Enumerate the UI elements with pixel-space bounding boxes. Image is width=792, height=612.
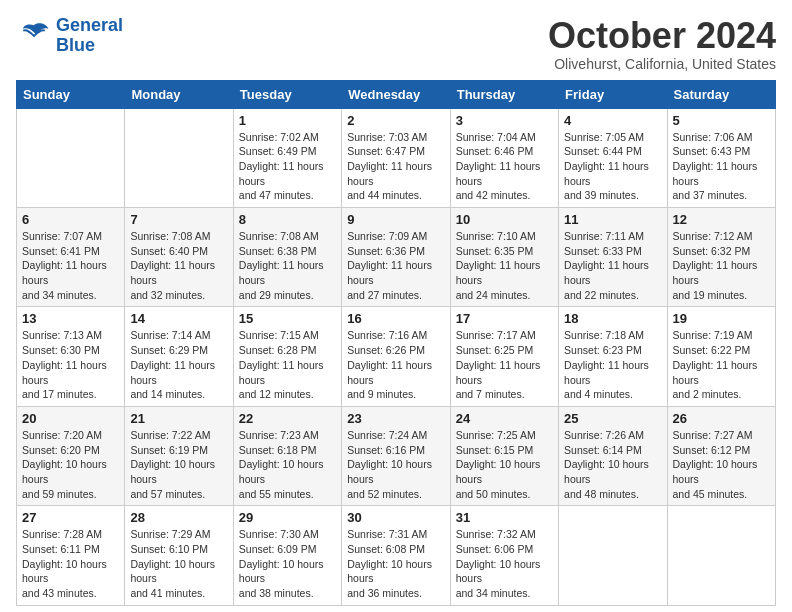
week-row-3: 13Sunrise: 7:13 AMSunset: 6:30 PMDayligh… [17, 307, 776, 406]
day-number: 5 [673, 113, 770, 128]
calendar-cell: 26Sunrise: 7:27 AMSunset: 6:12 PMDayligh… [667, 406, 775, 505]
day-detail: Sunrise: 7:23 AMSunset: 6:18 PMDaylight:… [239, 428, 336, 501]
day-detail: Sunrise: 7:11 AMSunset: 6:33 PMDaylight:… [564, 229, 661, 302]
day-number: 17 [456, 311, 553, 326]
day-detail: Sunrise: 7:17 AMSunset: 6:25 PMDaylight:… [456, 328, 553, 401]
calendar-cell: 21Sunrise: 7:22 AMSunset: 6:19 PMDayligh… [125, 406, 233, 505]
day-detail: Sunrise: 7:08 AMSunset: 6:38 PMDaylight:… [239, 229, 336, 302]
day-number: 22 [239, 411, 336, 426]
day-number: 6 [22, 212, 119, 227]
logo-text: General Blue [56, 16, 123, 56]
day-number: 15 [239, 311, 336, 326]
calendar-cell: 8Sunrise: 7:08 AMSunset: 6:38 PMDaylight… [233, 208, 341, 307]
day-number: 10 [456, 212, 553, 227]
day-detail: Sunrise: 7:13 AMSunset: 6:30 PMDaylight:… [22, 328, 119, 401]
calendar-cell [17, 108, 125, 207]
day-number: 18 [564, 311, 661, 326]
day-detail: Sunrise: 7:26 AMSunset: 6:14 PMDaylight:… [564, 428, 661, 501]
day-number: 7 [130, 212, 227, 227]
day-number: 28 [130, 510, 227, 525]
weekday-header-monday: Monday [125, 80, 233, 108]
title-block: October 2024 Olivehurst, California, Uni… [548, 16, 776, 72]
day-number: 16 [347, 311, 444, 326]
day-number: 3 [456, 113, 553, 128]
day-detail: Sunrise: 7:02 AMSunset: 6:49 PMDaylight:… [239, 130, 336, 203]
day-number: 24 [456, 411, 553, 426]
calendar-cell: 28Sunrise: 7:29 AMSunset: 6:10 PMDayligh… [125, 506, 233, 605]
day-number: 26 [673, 411, 770, 426]
day-number: 1 [239, 113, 336, 128]
day-number: 31 [456, 510, 553, 525]
day-number: 14 [130, 311, 227, 326]
day-number: 20 [22, 411, 119, 426]
day-detail: Sunrise: 7:31 AMSunset: 6:08 PMDaylight:… [347, 527, 444, 600]
day-number: 23 [347, 411, 444, 426]
day-detail: Sunrise: 7:12 AMSunset: 6:32 PMDaylight:… [673, 229, 770, 302]
day-detail: Sunrise: 7:09 AMSunset: 6:36 PMDaylight:… [347, 229, 444, 302]
calendar-cell: 9Sunrise: 7:09 AMSunset: 6:36 PMDaylight… [342, 208, 450, 307]
day-detail: Sunrise: 7:06 AMSunset: 6:43 PMDaylight:… [673, 130, 770, 203]
calendar-cell: 22Sunrise: 7:23 AMSunset: 6:18 PMDayligh… [233, 406, 341, 505]
day-detail: Sunrise: 7:14 AMSunset: 6:29 PMDaylight:… [130, 328, 227, 401]
calendar-cell: 17Sunrise: 7:17 AMSunset: 6:25 PMDayligh… [450, 307, 558, 406]
weekday-header-saturday: Saturday [667, 80, 775, 108]
calendar-cell: 6Sunrise: 7:07 AMSunset: 6:41 PMDaylight… [17, 208, 125, 307]
day-detail: Sunrise: 7:24 AMSunset: 6:16 PMDaylight:… [347, 428, 444, 501]
calendar-cell: 19Sunrise: 7:19 AMSunset: 6:22 PMDayligh… [667, 307, 775, 406]
logo-icon [16, 18, 52, 54]
day-detail: Sunrise: 7:04 AMSunset: 6:46 PMDaylight:… [456, 130, 553, 203]
calendar-cell: 18Sunrise: 7:18 AMSunset: 6:23 PMDayligh… [559, 307, 667, 406]
week-row-1: 1Sunrise: 7:02 AMSunset: 6:49 PMDaylight… [17, 108, 776, 207]
day-detail: Sunrise: 7:22 AMSunset: 6:19 PMDaylight:… [130, 428, 227, 501]
day-detail: Sunrise: 7:18 AMSunset: 6:23 PMDaylight:… [564, 328, 661, 401]
weekday-header-thursday: Thursday [450, 80, 558, 108]
day-detail: Sunrise: 7:27 AMSunset: 6:12 PMDaylight:… [673, 428, 770, 501]
calendar-cell: 16Sunrise: 7:16 AMSunset: 6:26 PMDayligh… [342, 307, 450, 406]
calendar-cell: 31Sunrise: 7:32 AMSunset: 6:06 PMDayligh… [450, 506, 558, 605]
calendar-cell: 20Sunrise: 7:20 AMSunset: 6:20 PMDayligh… [17, 406, 125, 505]
day-detail: Sunrise: 7:07 AMSunset: 6:41 PMDaylight:… [22, 229, 119, 302]
day-number: 11 [564, 212, 661, 227]
calendar-cell: 4Sunrise: 7:05 AMSunset: 6:44 PMDaylight… [559, 108, 667, 207]
location-subtitle: Olivehurst, California, United States [548, 56, 776, 72]
weekday-header-tuesday: Tuesday [233, 80, 341, 108]
week-row-4: 20Sunrise: 7:20 AMSunset: 6:20 PMDayligh… [17, 406, 776, 505]
day-number: 27 [22, 510, 119, 525]
calendar-cell: 1Sunrise: 7:02 AMSunset: 6:49 PMDaylight… [233, 108, 341, 207]
day-detail: Sunrise: 7:28 AMSunset: 6:11 PMDaylight:… [22, 527, 119, 600]
header-row: SundayMondayTuesdayWednesdayThursdayFrid… [17, 80, 776, 108]
day-number: 30 [347, 510, 444, 525]
calendar-cell: 2Sunrise: 7:03 AMSunset: 6:47 PMDaylight… [342, 108, 450, 207]
day-number: 21 [130, 411, 227, 426]
weekday-header-sunday: Sunday [17, 80, 125, 108]
calendar-cell: 24Sunrise: 7:25 AMSunset: 6:15 PMDayligh… [450, 406, 558, 505]
calendar-cell: 15Sunrise: 7:15 AMSunset: 6:28 PMDayligh… [233, 307, 341, 406]
day-number: 4 [564, 113, 661, 128]
calendar-cell: 29Sunrise: 7:30 AMSunset: 6:09 PMDayligh… [233, 506, 341, 605]
month-title: October 2024 [548, 16, 776, 56]
calendar-cell: 25Sunrise: 7:26 AMSunset: 6:14 PMDayligh… [559, 406, 667, 505]
calendar-cell [667, 506, 775, 605]
day-detail: Sunrise: 7:16 AMSunset: 6:26 PMDaylight:… [347, 328, 444, 401]
day-number: 13 [22, 311, 119, 326]
calendar-cell [125, 108, 233, 207]
calendar-cell: 5Sunrise: 7:06 AMSunset: 6:43 PMDaylight… [667, 108, 775, 207]
calendar-cell: 27Sunrise: 7:28 AMSunset: 6:11 PMDayligh… [17, 506, 125, 605]
weekday-header-friday: Friday [559, 80, 667, 108]
calendar-cell: 11Sunrise: 7:11 AMSunset: 6:33 PMDayligh… [559, 208, 667, 307]
day-detail: Sunrise: 7:30 AMSunset: 6:09 PMDaylight:… [239, 527, 336, 600]
day-detail: Sunrise: 7:10 AMSunset: 6:35 PMDaylight:… [456, 229, 553, 302]
day-detail: Sunrise: 7:25 AMSunset: 6:15 PMDaylight:… [456, 428, 553, 501]
calendar-table: SundayMondayTuesdayWednesdayThursdayFrid… [16, 80, 776, 606]
page-header: General Blue October 2024 Olivehurst, Ca… [16, 16, 776, 72]
week-row-2: 6Sunrise: 7:07 AMSunset: 6:41 PMDaylight… [17, 208, 776, 307]
day-number: 25 [564, 411, 661, 426]
day-number: 2 [347, 113, 444, 128]
day-number: 29 [239, 510, 336, 525]
day-number: 19 [673, 311, 770, 326]
day-detail: Sunrise: 7:03 AMSunset: 6:47 PMDaylight:… [347, 130, 444, 203]
calendar-cell: 12Sunrise: 7:12 AMSunset: 6:32 PMDayligh… [667, 208, 775, 307]
day-number: 12 [673, 212, 770, 227]
day-detail: Sunrise: 7:29 AMSunset: 6:10 PMDaylight:… [130, 527, 227, 600]
calendar-cell: 23Sunrise: 7:24 AMSunset: 6:16 PMDayligh… [342, 406, 450, 505]
